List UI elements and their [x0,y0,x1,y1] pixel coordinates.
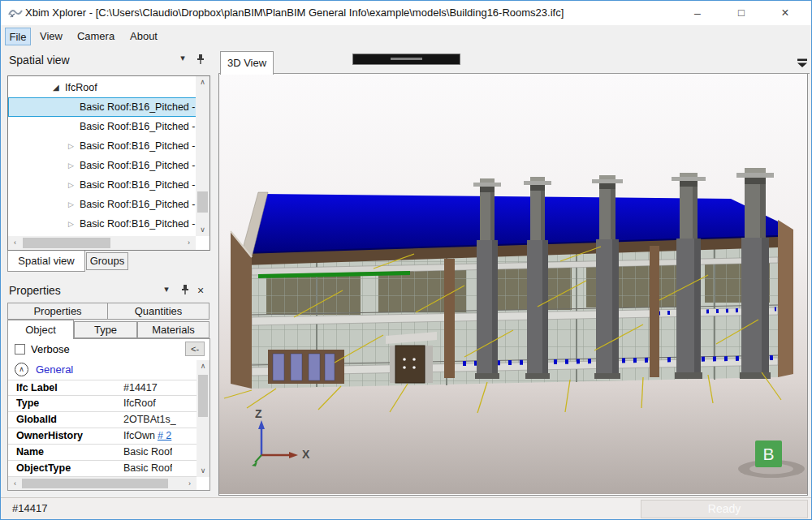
tab-groups[interactable]: Groups [86,252,128,270]
property-row: OwnerHistory IfcOwn# 2 [8,428,197,445]
scroll-down-button[interactable]: ∨ [196,224,209,236]
progress-bar [391,58,422,60]
menu-view[interactable]: View [35,28,67,45]
axis-x-label: X [302,448,309,461]
tree-collapsed-icon[interactable]: ▷ [68,136,74,156]
xbim-xplorer-window: Xbim Xplorer - [C:\Users\Claudio\Dropbox… [0,0,812,520]
3d-viewport[interactable]: Z X B [218,74,808,496]
tree-item[interactable]: ▷ Basic Roof:B16_Pitched - Wa [8,214,197,234]
scroll-left-button[interactable]: ‹ [8,477,22,490]
chevron-down-icon[interactable]: ▾ [176,53,189,63]
title-bar: Xbim Xplorer - [C:\Users\Claudio\Dropbox… [1,1,811,25]
properties-horizontal-scrollbar: ‹ › [8,477,197,490]
tree-item-label: Basic Roof:B16_Pitched - Wa [80,199,197,210]
building-model [219,74,807,494]
pin-icon[interactable] [196,54,205,65]
tree-item[interactable]: Basic Roof:B16_Pitched - Wa [8,117,197,136]
scroll-down-button[interactable]: ∨ [197,465,209,477]
tree-item-selected[interactable]: Basic Roof:B16_Pitched - Wa [8,97,197,117]
collapse-section-icon[interactable]: ∧ [15,363,28,376]
scroll-up-button[interactable]: ∧ [197,360,209,372]
scrollbar-thumb[interactable] [198,375,208,417]
close-panel-icon[interactable]: × [194,284,207,297]
scrollbar-thumb[interactable] [22,479,168,488]
scrollbar-thumb[interactable] [23,238,110,248]
app-icon[interactable] [8,7,23,19]
scrollbar-thumb[interactable] [197,191,208,213]
window-title: Xbim Xplorer - [C:\Users\Claudio\Dropbox… [25,1,564,25]
property-key: Name [16,445,44,460]
scroll-left-button[interactable]: ‹ [8,236,22,250]
property-row: ObjectType Basic Roof [8,461,197,477]
property-row: Name Basic Roof [8,445,197,461]
property-row: Type IfcRoof [8,396,197,412]
floating-progress-widget [352,54,460,65]
tree-node-ifcroof[interactable]: ◢ IfcRoof [8,78,197,97]
tree-item-label: Basic Roof:B16_Pitched - Wa [80,140,197,152]
status-ready: Ready [641,500,808,518]
status-selected-entity: #14417 [12,498,47,519]
verbose-checkbox[interactable] [15,344,25,355]
left-dock-panel: Spatial view ▾ ◢ IfcRoof Basic Roof:B16_… [1,48,217,497]
tree-expanded-icon[interactable]: ◢ [53,78,59,97]
menu-camera[interactable]: Camera [71,28,121,45]
tree-item[interactable]: ▷ Basic Roof:B16_Pitched - Wa [8,175,197,195]
properties-panel-header: Properties ▾ × [1,282,217,302]
property-value: IfcOwn [123,428,155,444]
pin-icon[interactable] [180,284,190,295]
general-section-row: ∧ General [8,360,209,380]
tree-item[interactable]: ▷ Basic Roof:B16_Pitched - Wa [8,195,197,214]
object-properties-pane: Verbose <- ∧ General Ifc Label #14417 Ty… [7,338,210,491]
tree-item-label: Basic Roof:B16_Pitched - Wa [80,179,197,191]
scroll-up-button[interactable]: ∧ [196,76,209,88]
tree-vertical-scrollbar: ∧ ∨ [196,76,209,236]
tree-node-label: IfcRoof [65,82,97,93]
tree-item-label: Basic Roof:B16_Pitched - Wa [80,160,197,171]
tree-collapsed-icon[interactable]: ▷ [68,214,74,234]
tab-spatial-view[interactable]: Spatial view [7,251,85,272]
verbose-row: Verbose <- [8,339,209,360]
spatial-panel-title: Spatial view [9,54,70,67]
property-key: Ifc Label [16,380,58,396]
section-title: General [36,363,73,376]
chevron-down-icon[interactable]: ▾ [160,284,173,294]
tab-quantities[interactable]: Quantities [107,303,209,320]
property-value: 2OTBAt1s_ [123,412,176,428]
tab-type[interactable]: Type [74,321,137,338]
tree-collapsed-icon[interactable]: ▷ [68,195,74,214]
property-row: GlobalId 2OTBAt1s_ [8,412,197,428]
tab-properties[interactable]: Properties [7,303,108,320]
property-value: Basic Roof [123,445,172,460]
tree-collapsed-icon[interactable]: ▷ [68,175,74,195]
entity-link[interactable]: # 2 [158,428,171,444]
tree-collapsed-icon[interactable]: ▷ [68,156,74,175]
menu-bar: File View Camera About [1,25,811,48]
property-value: Basic Roof [123,461,172,476]
scroll-right-button[interactable]: › [182,236,196,250]
property-value: #14417 [123,380,158,396]
axis-z-label: Z [255,407,262,420]
back-button[interactable]: <- [185,342,205,356]
view-menu-icon[interactable] [797,58,808,68]
xbim-watermark: B [755,440,782,467]
tree-item[interactable]: ▷ Basic Roof:B16_Pitched - Wa [8,136,197,156]
property-key: GlobalId [16,412,57,428]
status-bar: #14417 Ready [1,497,811,519]
close-button[interactable]: × [767,1,804,25]
spatial-tree: ◢ IfcRoof Basic Roof:B16_Pitched - Wa Ba… [7,75,210,251]
property-key: ObjectType [16,461,71,476]
tree-horizontal-scrollbar: ‹ › [8,236,196,250]
maximize-button[interactable]: □ [723,1,760,25]
tree-item[interactable]: ▷ Basic Roof:B16_Pitched - Wa [8,156,197,175]
tab-object[interactable]: Object [7,320,74,339]
properties-vertical-scrollbar: ∧ ∨ [197,360,209,477]
tree-item-label: Basic Roof:B16_Pitched - Wa [80,218,197,230]
minimize-button[interactable]: – [679,1,716,25]
menu-file[interactable]: File [5,28,31,45]
menu-about[interactable]: About [124,28,163,45]
property-row: Ifc Label #14417 [8,380,197,396]
properties-panel-title: Properties [9,284,61,297]
tab-3d-view[interactable]: 3D View [220,51,274,75]
scroll-right-button[interactable]: › [183,477,197,490]
tab-materials[interactable]: Materials [137,321,209,338]
